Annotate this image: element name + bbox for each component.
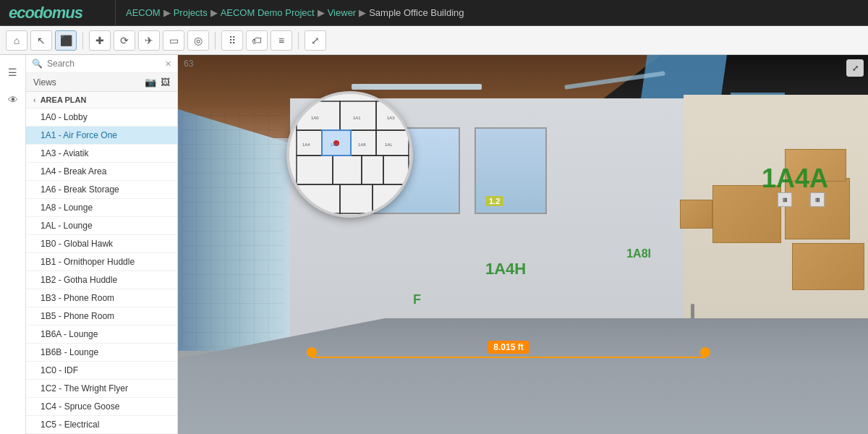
divider-2 (215, 32, 216, 49)
breadcrumb-building: Sample Office Building (369, 7, 464, 18)
camera-icon[interactable]: 📷 (145, 77, 156, 88)
expand-button[interactable]: ⤢ (305, 30, 326, 51)
image-icon[interactable]: 🖼 (161, 77, 170, 88)
3d-viewer[interactable]: ⊞ ⊞ 1A4H 1A8I 1A4A F 63 1.2 8.015 ft (178, 55, 868, 434)
close-icon[interactable]: ✕ (165, 59, 171, 69)
cursor-button[interactable]: ↖ (30, 30, 52, 51)
view-item-1B0[interactable]: 1B0 - Global Hawk (26, 235, 177, 253)
sep1: ▶ (163, 7, 171, 18)
sep3: ▶ (318, 7, 325, 18)
view-item-1B6A[interactable]: 1B6A - Lounge (26, 326, 177, 344)
box-button[interactable]: ▭ (163, 30, 184, 51)
room-label-1A8I: 1A8I (626, 247, 651, 260)
plane-button[interactable]: ✈ (138, 30, 160, 51)
svg-text:1A0: 1A0 (311, 116, 319, 120)
logo-area: ecodomus (0, 0, 116, 25)
minimap[interactable]: N 1A0 1A1 1A3 1A4 1A6 1A8 1AL (286, 91, 413, 218)
home-button[interactable]: ⌂ (6, 30, 27, 51)
minimap-svg: N 1A0 1A1 1A3 1A4 1A6 1A8 1AL (289, 94, 413, 218)
ceiling-light-1 (352, 84, 482, 90)
view-item-1C2[interactable]: 1C2 - The Wright Flyer (26, 380, 177, 398)
view-item-1B1[interactable]: 1B1 - Ornithoper Huddle (26, 253, 177, 271)
view-item-1A4[interactable]: 1A4 - Break Area (26, 163, 177, 181)
view-item-1A3[interactable]: 1A3 - Aviatik (26, 145, 177, 163)
svg-text:1A4: 1A4 (302, 142, 310, 147)
yellow-room-badge: 1.2 (485, 196, 503, 206)
view-item-1A0[interactable]: 1A0 - Lobby (26, 109, 177, 127)
main-layout: ☰ 👁 🔍 ✕ Views 📷 🖼 ‹ AREA PLAN (0, 55, 868, 434)
svg-text:1A1: 1A1 (353, 116, 361, 120)
search-input[interactable] (47, 59, 161, 69)
breadcrumb-aecom[interactable]: AECOM (126, 7, 161, 18)
svg-text:1A3: 1A3 (387, 116, 395, 120)
view-item-1B6B[interactable]: 1B6B - Lounge (26, 344, 177, 362)
view-item-1A8[interactable]: 1A8 - Lounge (26, 199, 177, 217)
breadcrumb: AECOM ▶ Projects ▶ AECOM Demo Project ▶ … (116, 7, 474, 18)
refresh-button[interactable]: ⟳ (114, 30, 135, 51)
measurement-container: 8.015 ft (312, 357, 705, 358)
breadcrumb-demo[interactable]: AECOM Demo Project (221, 7, 315, 18)
views-panel: Views 📷 🖼 ‹ AREA PLAN 1A0 - Lobby 1A1 - … (26, 73, 177, 434)
sidebar: 🔍 ✕ Views 📷 🖼 ‹ AREA PLAN 1A0 - Lobb (26, 55, 178, 434)
layers-button[interactable]: ≡ (271, 30, 292, 51)
left-wall-grid (182, 113, 283, 347)
view-item-1B2[interactable]: 1B2 - Gotha Huddle (26, 271, 177, 289)
section-label: AREA PLAN (41, 95, 87, 104)
room-label-1A4A: 1A4A (762, 163, 828, 194)
expand-viewer-button[interactable]: ⤢ (846, 59, 864, 77)
box-icon-overlay-2: ⊞ (810, 192, 825, 207)
box-large-1 (712, 185, 781, 243)
views-label: Views (33, 77, 56, 88)
target-button[interactable]: ◎ (187, 30, 209, 51)
views-header: Views 📷 🖼 (26, 73, 177, 92)
view-item-1A6[interactable]: 1A6 - Break Storage (26, 181, 177, 199)
view-item-1B3[interactable]: 1B3 - Phone Room (26, 289, 177, 307)
measurement-label: 8.015 ft (488, 341, 529, 354)
breadcrumb-viewer[interactable]: Viewer (328, 7, 357, 18)
room-label-F: F (413, 292, 421, 307)
area-plan-section[interactable]: ‹ AREA PLAN (26, 92, 177, 109)
box-icon-overlay-1: ⊞ (778, 192, 792, 207)
box-small-1 (680, 200, 712, 229)
search-icon: 🔍 (32, 59, 43, 69)
room-label-1A4H: 1A4H (485, 260, 526, 278)
topbar: ecodomus AECOM ▶ Projects ▶ AECOM Demo P… (0, 0, 868, 26)
view-item-1C5[interactable]: 1C5 - Electrical (26, 416, 177, 434)
sep2: ▶ (210, 7, 218, 18)
logo: ecodomus (9, 4, 82, 22)
measurement-dot-left (307, 347, 317, 357)
view-item-1A1[interactable]: 1A1 - Air Force One (26, 127, 177, 145)
box-medium-2 (792, 243, 864, 290)
collapse-icon: ‹ (33, 95, 36, 104)
divider-1 (82, 32, 83, 49)
divider-3 (298, 32, 299, 49)
views-list: ‹ AREA PLAN 1A0 - Lobby 1A1 - Air Force … (26, 92, 177, 434)
svg-text:1A6: 1A6 (331, 142, 339, 147)
sidebar-search-bar: 🔍 ✕ (26, 55, 177, 73)
tag-button[interactable]: 🏷 (246, 30, 268, 51)
view-item-1B5[interactable]: 1B5 - Phone Room (26, 307, 177, 326)
svg-text:1AL: 1AL (385, 142, 393, 147)
toolbar: ⌂ ↖ ⬛ ✚ ⟳ ✈ ▭ ◎ ⠿ 🏷 ≡ ⤢ (0, 26, 868, 55)
svg-text:1A8: 1A8 (358, 142, 366, 147)
view-item-1C4[interactable]: 1C4 - Spruce Goose (26, 398, 177, 416)
3d-view-button[interactable]: ⬛ (55, 30, 77, 51)
measurement-dot-right (700, 347, 710, 357)
eye-icon[interactable]: 👁 (3, 90, 23, 110)
dots-button[interactable]: ⠿ (221, 30, 243, 51)
view-item-1AL[interactable]: 1AL - Lounge (26, 217, 177, 235)
sep4: ▶ (359, 7, 366, 18)
viewer-label-63: 63 (184, 59, 193, 69)
breadcrumb-projects[interactable]: Projects (174, 7, 208, 18)
view-item-1C0[interactable]: 1C0 - IDF (26, 362, 177, 380)
add-button[interactable]: ✚ (89, 30, 111, 51)
hamburger-icon[interactable]: ☰ (3, 62, 23, 82)
left-icon-strip: ☰ 👁 (0, 55, 26, 434)
measurement-line (312, 357, 705, 358)
